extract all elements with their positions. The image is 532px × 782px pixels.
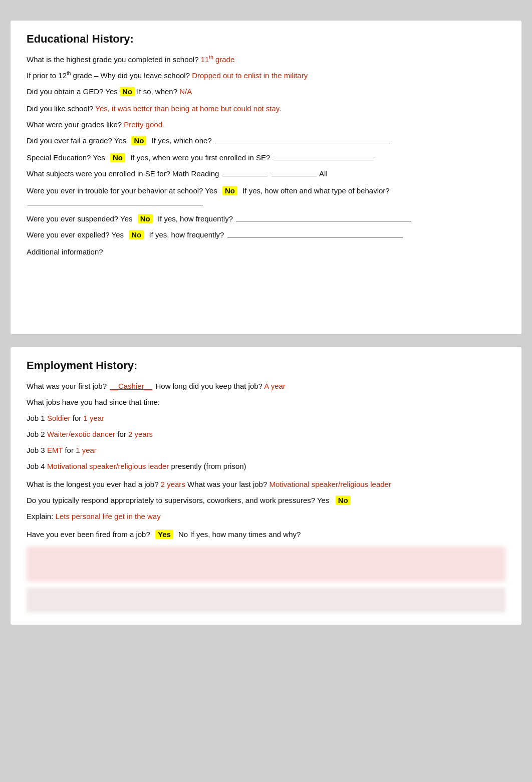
edu-q9-text: Were you ever in trouble for your behavi… xyxy=(27,186,217,195)
edu-q11-no: No xyxy=(129,230,144,239)
edu-q5-answer: Pretty good xyxy=(124,120,162,129)
emp-job3-for: for xyxy=(65,446,76,454)
edu-q7-blank xyxy=(274,160,374,160)
educational-title: Educational History: xyxy=(27,33,505,46)
emp-q1-line: What was your first job? __Cashier__ How… xyxy=(27,380,505,392)
edu-q8-all: All xyxy=(319,169,328,178)
edu-q10-line: Were you ever suspended? Yes No If yes, … xyxy=(27,213,505,225)
edu-q5-text: What were your grades like? xyxy=(27,120,122,129)
emp-q4-line: Do you typically respond appropriately t… xyxy=(27,494,505,506)
emp-q5-line: Explain: Lets personal life get in the w… xyxy=(27,510,505,523)
emp-q6-suffix: If yes, how many times and why? xyxy=(190,530,301,539)
emp-q6-text: Have you ever been fired from a job? xyxy=(27,530,150,539)
edu-q3-suffix: If so, when? xyxy=(137,87,179,96)
edu-q10-suffix: If yes, how frequently? xyxy=(158,214,233,223)
edu-q1-answer: 11th grade xyxy=(201,55,235,64)
emp-q6-no: No xyxy=(178,530,188,539)
edu-additional-space xyxy=(27,262,505,322)
edu-q9-no: No xyxy=(222,186,237,195)
emp-job-4: Job 4 Motivational speaker/religious lea… xyxy=(27,460,505,472)
edu-q7-text: Special Education? Yes xyxy=(27,153,105,162)
edu-q2-answer: Dropped out to enlist in the military xyxy=(192,71,308,80)
emp-q1-prefix: What was your first job? xyxy=(27,382,107,390)
edu-q11-blank xyxy=(227,237,403,237)
emp-job2-label: Job 2 xyxy=(27,430,47,438)
emp-q3-prefix: What is the longest you ever had a job? xyxy=(27,480,159,488)
edu-q3-no: No xyxy=(120,87,135,96)
emp-blurred-fired-answer xyxy=(27,547,505,582)
edu-q6-text: Did you ever fail a grade? Yes xyxy=(27,136,126,145)
emp-q2-text: What jobs have you had since that time: xyxy=(27,398,160,406)
edu-q6-line: Did you ever fail a grade? Yes No If yes… xyxy=(27,135,505,147)
emp-q3-job: Motivational speaker/religious leader xyxy=(269,480,391,488)
emp-job4-duration: presently (from prison) xyxy=(171,462,246,470)
edu-q11-line: Were you ever expelled? Yes No If yes, h… xyxy=(27,229,505,241)
edu-q8-text: What subjects were you enrolled in SE fo… xyxy=(27,169,219,178)
employment-title: Employment History: xyxy=(27,359,505,372)
employment-history-card: Employment History: What was your first … xyxy=(10,347,522,625)
emp-q4-no: No xyxy=(336,495,351,505)
emp-job1-name: Soldier xyxy=(47,414,71,422)
emp-job4-label: Job 4 xyxy=(27,462,47,470)
emp-job1-duration: 1 year xyxy=(83,414,104,422)
edu-q4-line: Did you like school? Yes, it was better … xyxy=(27,103,505,115)
emp-job-1: Job 1 Soldier for 1 year xyxy=(27,412,505,424)
emp-q6-line: Have you ever been fired from a job? Yes… xyxy=(27,529,505,541)
edu-q1-text: What is the highest grade you completed … xyxy=(27,55,199,64)
edu-q4-answer: Yes, it was better than being at home bu… xyxy=(95,104,281,113)
emp-q1-duration: A year xyxy=(264,382,286,390)
edu-q7-line: Special Education? Yes No If yes, when w… xyxy=(27,152,505,164)
emp-job3-label: Job 3 xyxy=(27,446,47,454)
edu-q6-suffix: If yes, which one? xyxy=(152,136,212,145)
edu-q12-line: Additional information? xyxy=(27,246,505,258)
emp-jobs-list: Job 1 Soldier for 1 year Job 2 Waiter/ex… xyxy=(27,412,505,472)
edu-q10-no: No xyxy=(138,214,153,223)
emp-job4-name: Motivational speaker/religious leader xyxy=(47,462,169,470)
edu-q11-text: Were you ever expelled? Yes xyxy=(27,230,124,239)
edu-q11-suffix: If yes, how frequently? xyxy=(149,230,224,239)
edu-q6-no: No xyxy=(131,136,146,145)
emp-q5-prefix: Explain: xyxy=(27,512,53,520)
edu-q2-line: If prior to 12th grade – Why did you lea… xyxy=(27,70,505,82)
emp-job3-duration: 1 year xyxy=(76,446,97,454)
edu-q3-text: Did you obtain a GED? Yes xyxy=(27,87,118,96)
emp-q1-suffix: How long did you keep that job? xyxy=(155,382,264,390)
emp-q5-answer: Lets personal life get in the way xyxy=(56,512,161,520)
emp-q1-job: __Cashier__ xyxy=(110,382,152,390)
edu-q2-prefix: If prior to 12th grade – Why did you lea… xyxy=(27,71,192,80)
emp-q3-line: What is the longest you ever had a job? … xyxy=(27,478,505,490)
edu-q1-line: What is the highest grade you completed … xyxy=(27,54,505,66)
edu-q3-answer: N/A xyxy=(179,87,192,96)
emp-q3-suffix: What was your last job? xyxy=(187,480,267,488)
emp-job3-name: EMT xyxy=(47,446,63,454)
edu-q9-line: Were you ever in trouble for your behavi… xyxy=(27,185,505,209)
emp-q3-duration: 2 years xyxy=(161,480,187,488)
edu-q8-blank1 xyxy=(222,176,268,176)
edu-q9-blank xyxy=(28,205,203,205)
edu-q3-line: Did you obtain a GED? Yes No If so, when… xyxy=(27,86,505,98)
emp-blurred-extra xyxy=(27,588,505,613)
emp-job-2: Job 2 Waiter/exotic dancer for 2 years xyxy=(27,428,505,440)
edu-q8-line: What subjects were you enrolled in SE fo… xyxy=(27,168,505,180)
emp-job2-duration: 2 years xyxy=(128,430,153,438)
edu-q12-text: Additional information? xyxy=(27,247,103,256)
edu-q6-blank xyxy=(215,143,390,143)
emp-q2-line: What jobs have you had since that time: xyxy=(27,396,505,408)
edu-q10-blank xyxy=(236,221,411,221)
emp-job1-for: for xyxy=(73,414,84,422)
emp-job2-name: Waiter/exotic dancer xyxy=(47,430,115,438)
emp-job-3: Job 3 EMT for 1 year xyxy=(27,444,505,456)
edu-q7-suffix: If yes, when were you first enrolled in … xyxy=(130,153,270,162)
emp-job1-label: Job 1 xyxy=(27,414,47,422)
educational-history-card: Educational History: What is the highest… xyxy=(10,20,522,335)
emp-q4-text: Do you typically respond appropriately t… xyxy=(27,496,329,504)
edu-q9-suffix: If yes, how often and what type of behav… xyxy=(242,186,390,195)
edu-q10-text: Were you ever suspended? Yes xyxy=(27,214,133,223)
edu-q5-line: What were your grades like? Pretty good xyxy=(27,119,505,131)
emp-q6-yes: Yes xyxy=(155,530,173,539)
emp-job2-for: for xyxy=(117,430,128,438)
edu-q7-no: No xyxy=(110,153,125,162)
edu-q8-blank2 xyxy=(272,176,317,176)
edu-q4-text: Did you like school? xyxy=(27,104,93,113)
